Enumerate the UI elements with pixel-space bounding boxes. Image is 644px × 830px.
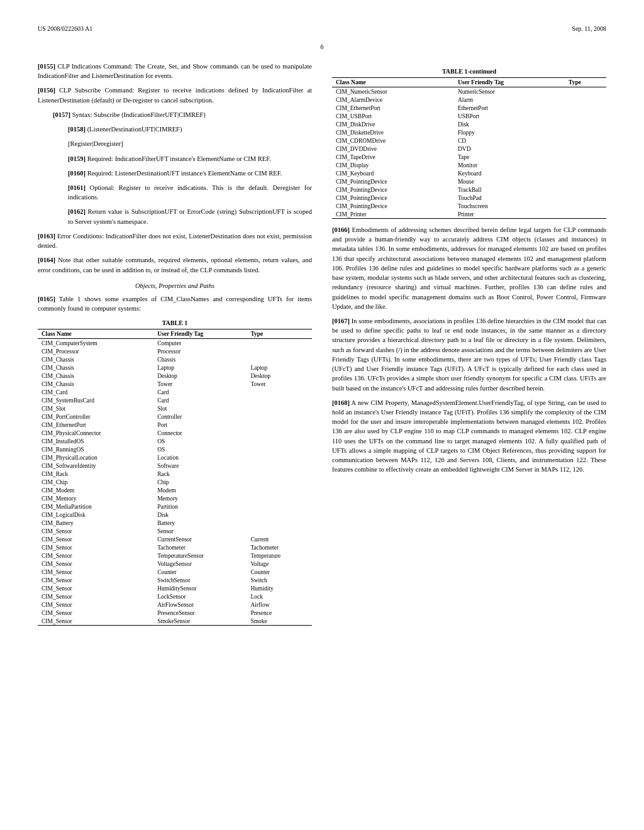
table1-continued: Class Name User Friendly Tag Type CIM_Nu…	[332, 77, 606, 219]
col-type: Type	[247, 329, 312, 339]
ref-0162: [0162]	[68, 208, 86, 215]
table-row: CIM_ChassisDesktopDesktop	[38, 372, 312, 380]
table-row: CIM_PointingDeviceTouchscreen	[332, 202, 606, 210]
table-row: CIM_PointingDeviceTouchPad	[332, 194, 606, 202]
two-column-layout: [0155] CLP Indications Command: The Crea…	[38, 62, 606, 632]
table-row: CIM_SensorAirFlowSensorAirflow	[38, 600, 312, 609]
table-row: CIM_ComputerSystemComputer	[38, 339, 312, 348]
table-row: CIM_PhysicalLocationLocation	[38, 453, 312, 462]
section-title-objects: Objects, Properties and Paths	[38, 282, 312, 289]
para-0158: [0158] (ListenerDestinationUFT|CIMREF)	[68, 124, 312, 134]
table-row: CIM_ProcessorProcessor	[38, 347, 312, 355]
table-row: CIM_DisketteDriveFloppy	[332, 128, 606, 136]
table-row: CIM_SensorLockSensorLock	[38, 592, 312, 600]
col-uft-c: User Friendly Tag	[454, 78, 565, 87]
ref-0167: [0167]	[332, 318, 350, 324]
table1-body: CIM_ComputerSystemComputer CIM_Processor…	[38, 339, 312, 626]
table-row: CIM_SensorCurrentSensorCurrent	[38, 535, 312, 543]
table-row: CIM_NumericSensorNumericSensor	[332, 87, 606, 96]
ref-0165: [0165]	[38, 296, 55, 302]
table-row: CIM_RunningOSOS	[38, 445, 312, 453]
para-0165: [0165] Table 1 shows some examples of CI…	[38, 294, 312, 313]
col-class-name: Class Name	[38, 329, 153, 339]
ref-0159: [0159]	[68, 155, 86, 162]
ref-0161: [0161]	[68, 184, 86, 191]
table-row: CIM_SensorSwitchSensorSwitch	[38, 576, 312, 584]
table-row: CIM_PhysicalConnectorConnector	[38, 429, 312, 437]
col-type-c: Type	[565, 78, 606, 87]
para-0168: [0168] A new CIM Property, ManagedSystem…	[332, 398, 606, 475]
ref-0157: [0157]	[53, 111, 70, 118]
para-0162: [0162] Return value is SubscriptionUFT o…	[68, 207, 312, 226]
table-row: CIM_ChassisTowerTower	[38, 380, 312, 388]
table-row: CIM_LogicalDiskDisk	[38, 511, 312, 519]
table-row: CIM_SensorSensor	[38, 527, 312, 535]
table-row: CIM_InstalledOSOS	[38, 437, 312, 445]
table-row: CIM_PortControllerController	[38, 412, 312, 421]
table1: Class Name User Friendly Tag Type CIM_Co…	[38, 329, 312, 626]
table-row: CIM_SensorVoltageSensorVoltage	[38, 560, 312, 568]
col-uft: User Friendly Tag	[153, 329, 247, 339]
table-row: CIM_SoftwareIdentitySoftware	[38, 462, 312, 470]
table1-title: TABLE 1	[38, 319, 312, 326]
table-row: CIM_DiskDriveDisk	[332, 120, 606, 128]
left-column: [0155] CLP Indications Command: The Crea…	[38, 62, 312, 632]
table-row: CIM_SensorTachometerTachometer	[38, 543, 312, 551]
right-column: TABLE 1-continued Class Name User Friend…	[332, 62, 606, 632]
table-row: CIM_EthernetPortPort	[38, 421, 312, 429]
table-row: CIM_BatteryBattery	[38, 519, 312, 527]
table-row: CIM_EthernetPortEthernetPort	[332, 104, 606, 112]
table-row: CIM_SensorHumiditySensorHumidity	[38, 584, 312, 592]
table1c-header-row: Class Name User Friendly Tag Type	[332, 78, 606, 87]
table-row: CIM_PrinterPrinter	[332, 210, 606, 219]
table-row: CIM_CDROMDriveCD	[332, 136, 606, 145]
table-row: CIM_DisplayMonitor	[332, 161, 606, 169]
para-0160: [0160] Required: ListenerDestinationUFT …	[68, 169, 312, 178]
para-0166: [0166] Embodiments of addressing schemes…	[332, 225, 606, 311]
table-row: CIM_SlotSlot	[38, 404, 312, 412]
table-row: CIM_SensorSmokeSensorSmoke	[38, 617, 312, 626]
ref-0163: [0163]	[38, 233, 55, 240]
ref-0160: [0160]	[68, 170, 86, 177]
page: US 2008/0222603 A1 Sep. 11, 2008 6 [0155…	[0, 0, 644, 830]
para-0159: [0159] Required: IndicationFilterUFT ins…	[68, 154, 312, 163]
table-row: CIM_MemoryMemory	[38, 494, 312, 502]
para-0155: [0155] CLP Indications Command: The Crea…	[38, 62, 312, 80]
table-row: CIM_SystemBusCardCard	[38, 396, 312, 404]
page-header: US 2008/0222603 A1 Sep. 11, 2008	[38, 25, 606, 32]
ref-0164: [0164]	[38, 257, 55, 263]
ref-0155: [0155]	[38, 63, 55, 70]
table-row: CIM_CardCard	[38, 388, 312, 396]
ref-0158: [0158]	[68, 126, 86, 133]
patent-date: Sep. 11, 2008	[572, 25, 606, 32]
para-0167: [0167] In some embodiments, associations…	[332, 316, 606, 393]
table-row: CIM_SensorTemperatureSensorTemperature	[38, 551, 312, 560]
table-row: CIM_ChassisLaptopLaptop	[38, 363, 312, 372]
patent-number: US 2008/0222603 A1	[38, 25, 92, 32]
table1-header-row: Class Name User Friendly Tag Type	[38, 329, 312, 339]
para-0157: [0157] Syntax: Subscribe (IndicationFilt…	[53, 110, 312, 119]
table1c-body: CIM_NumericSensorNumericSensor CIM_Alarm…	[332, 87, 606, 219]
para-0161: [0161] Optional: Register to receive ind…	[68, 183, 312, 202]
para-0156: [0156] CLP Subscribe Command: Register t…	[38, 86, 312, 104]
table-row: CIM_DVDDriveDVD	[332, 145, 606, 153]
table-row: CIM_MediaPartitionPartition	[38, 502, 312, 511]
table-row: CIM_USBPortUSBPort	[332, 112, 606, 120]
para-0164: [0164] Note that other suitable commands…	[38, 255, 312, 274]
para-register: [Register|Deregister]	[68, 139, 312, 148]
table-row: CIM_PointingDeviceMouse	[332, 177, 606, 185]
table-row: CIM_KeyboardKeyboard	[332, 169, 606, 177]
table-row: CIM_ModemModem	[38, 486, 312, 494]
table-row: CIM_AlarmDeviceAlarm	[332, 96, 606, 104]
table1-continued-container: TABLE 1-continued Class Name User Friend…	[332, 68, 606, 219]
table-row: CIM_ChipChip	[38, 478, 312, 486]
table1-continued-title: TABLE 1-continued	[332, 68, 606, 75]
table-row: CIM_PointingDeviceTrackBall	[332, 185, 606, 194]
col-class-name-c: Class Name	[332, 78, 454, 87]
ref-0166: [0166]	[332, 226, 350, 233]
para-0163: [0163] Error Conditions: IndicationFilte…	[38, 231, 312, 250]
table-row: CIM_TapeDriveTape	[332, 153, 606, 161]
table1-container: TABLE 1 Class Name User Friendly Tag Typ…	[38, 319, 312, 626]
table-row: CIM_SensorCounterCounter	[38, 568, 312, 576]
table-row: CIM_SensorPresenceSensorPresence	[38, 609, 312, 617]
